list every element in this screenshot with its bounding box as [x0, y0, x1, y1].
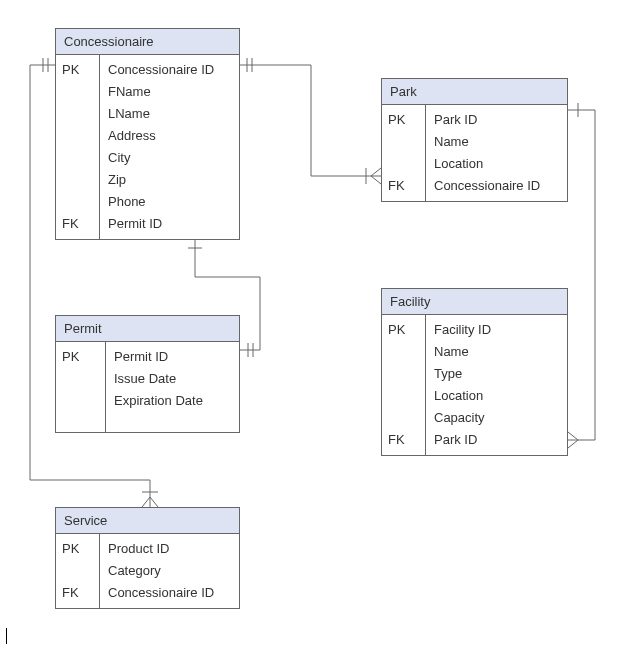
key-label	[388, 131, 419, 153]
key-label	[388, 407, 419, 429]
key-label	[388, 153, 419, 175]
entity-title: Facility	[382, 289, 567, 315]
attr-label: Zip	[108, 169, 231, 191]
attr-label: Park ID	[434, 429, 559, 451]
rel-park-facility	[568, 103, 595, 448]
key-label	[62, 191, 93, 213]
svg-line-3	[371, 176, 381, 184]
attr-label: Product ID	[108, 538, 231, 560]
key-label	[388, 385, 419, 407]
attr-label: Facility ID	[434, 319, 559, 341]
attr-label: Location	[434, 385, 559, 407]
entity-title: Permit	[56, 316, 239, 342]
key-label	[62, 560, 93, 582]
attr-label: Name	[434, 131, 559, 153]
text-cursor	[6, 628, 7, 644]
svg-line-11	[150, 497, 158, 507]
svg-line-14	[568, 432, 578, 440]
key-label: FK	[62, 582, 93, 604]
rel-concessionaire-park	[240, 58, 381, 184]
key-label	[62, 103, 93, 125]
attr-label: Name	[434, 341, 559, 363]
key-label	[62, 390, 99, 412]
attr-label: Capacity	[434, 407, 559, 429]
attr-label: Issue Date	[114, 368, 231, 390]
key-label: FK	[388, 175, 419, 197]
svg-line-2	[371, 168, 381, 176]
svg-line-10	[142, 497, 150, 507]
entity-park: Park PK FK Park ID Name Location Concess…	[381, 78, 568, 202]
attr-label: Concessionaire ID	[108, 59, 231, 81]
attr-label: Park ID	[434, 109, 559, 131]
key-label	[62, 147, 93, 169]
attr-label: FName	[108, 81, 231, 103]
key-label: PK	[388, 109, 419, 131]
attr-label: Concessionaire ID	[434, 175, 559, 197]
key-label	[388, 363, 419, 385]
attr-label: Address	[108, 125, 231, 147]
key-label: FK	[388, 429, 419, 451]
entity-title: Service	[56, 508, 239, 534]
key-label: FK	[62, 213, 93, 235]
entity-concessionaire: Concessionaire PK FK Concessionaire ID F…	[55, 28, 240, 240]
entity-permit: Permit PK Permit ID Issue Date Expiratio…	[55, 315, 240, 433]
key-label	[62, 169, 93, 191]
svg-line-15	[568, 440, 578, 448]
attr-label: Type	[434, 363, 559, 385]
key-label: PK	[388, 319, 419, 341]
key-label: PK	[62, 59, 93, 81]
key-label	[62, 368, 99, 390]
attr-label: LName	[108, 103, 231, 125]
attr-label: City	[108, 147, 231, 169]
attr-label: Phone	[108, 191, 231, 213]
key-label: PK	[62, 346, 99, 368]
attr-label: Expiration Date	[114, 390, 231, 412]
key-label	[62, 81, 93, 103]
entity-title: Park	[382, 79, 567, 105]
entity-facility: Facility PK FK Facility ID Name Type Loc…	[381, 288, 568, 456]
key-label: PK	[62, 538, 93, 560]
key-label	[62, 125, 93, 147]
key-label	[388, 341, 419, 363]
attr-label: Permit ID	[108, 213, 231, 235]
entity-title: Concessionaire	[56, 29, 239, 55]
entity-service: Service PK FK Product ID Category Conces…	[55, 507, 240, 609]
attr-label: Location	[434, 153, 559, 175]
attr-label: Permit ID	[114, 346, 231, 368]
attr-label: Concessionaire ID	[108, 582, 231, 604]
attr-label: Category	[108, 560, 231, 582]
